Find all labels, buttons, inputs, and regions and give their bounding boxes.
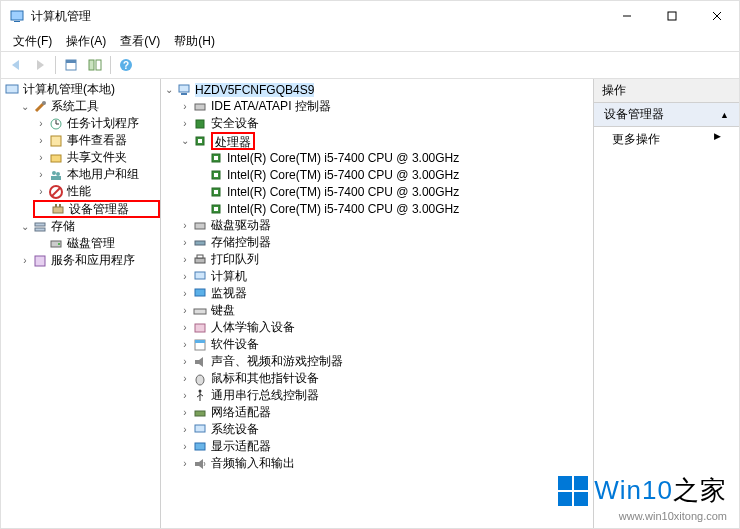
dev-keyboards[interactable]: ›键盘 xyxy=(177,302,593,319)
expand-icon[interactable]: › xyxy=(179,441,191,452)
dev-software[interactable]: ›软件设备 xyxy=(177,336,593,353)
dev-cpu-core[interactable]: Intel(R) Core(TM) i5-7400 CPU @ 3.00GHz xyxy=(193,149,593,166)
svg-rect-20 xyxy=(51,155,61,162)
menu-action[interactable]: 操作(A) xyxy=(60,31,112,52)
collapse-icon[interactable]: ⌄ xyxy=(163,84,175,95)
dev-system[interactable]: ›系统设备 xyxy=(177,421,593,438)
toolbar-sep xyxy=(55,56,56,74)
dev-disk-drives[interactable]: ›磁盘驱动器 xyxy=(177,217,593,234)
svg-rect-33 xyxy=(35,256,45,266)
svg-point-32 xyxy=(58,243,60,245)
windows-logo-icon xyxy=(558,476,588,506)
printer-icon xyxy=(192,252,208,268)
forward-button[interactable] xyxy=(29,54,51,76)
tree-system-tools[interactable]: ⌄ 系统工具 xyxy=(17,98,160,115)
tree-services[interactable]: ›服务和应用程序 xyxy=(17,252,160,269)
svg-point-21 xyxy=(52,171,56,175)
actions-section-label: 设备管理器 xyxy=(604,106,664,123)
services-icon xyxy=(32,253,48,269)
expand-icon[interactable]: › xyxy=(179,288,191,299)
pc-icon xyxy=(192,269,208,285)
expand-icon[interactable]: › xyxy=(179,424,191,435)
dev-ide[interactable]: ›IDE ATA/ATAPI 控制器 xyxy=(177,98,593,115)
svg-rect-48 xyxy=(195,223,205,229)
expand-icon[interactable]: › xyxy=(35,135,47,146)
expand-icon[interactable]: › xyxy=(179,356,191,367)
tree-performance[interactable]: ›性能 xyxy=(33,183,160,200)
watermark-brand: Win10之家 xyxy=(594,473,727,508)
actions-section[interactable]: 设备管理器 ▲ xyxy=(594,103,739,127)
properties-button[interactable] xyxy=(60,54,82,76)
dev-processors[interactable]: ⌄ 处理器 xyxy=(177,132,593,149)
expand-icon[interactable]: › xyxy=(179,407,191,418)
expand-icon[interactable]: › xyxy=(35,186,47,197)
cpu-icon xyxy=(208,201,224,217)
expand-icon[interactable]: › xyxy=(179,339,191,350)
dev-computers[interactable]: ›计算机 xyxy=(177,268,593,285)
tree-shared-folders[interactable]: ›共享文件夹 xyxy=(33,149,160,166)
expand-icon[interactable]: › xyxy=(179,390,191,401)
menu-view[interactable]: 查看(V) xyxy=(114,31,166,52)
svg-rect-11 xyxy=(96,60,101,70)
tree-root[interactable]: 计算机管理(本地) xyxy=(1,81,160,98)
dev-cpu-core[interactable]: Intel(R) Core(TM) i5-7400 CPU @ 3.00GHz xyxy=(193,166,593,183)
mouse-icon xyxy=(192,371,208,387)
dev-root[interactable]: ⌄ HZDV5FCNFGQB4S9 xyxy=(161,81,593,98)
svg-rect-63 xyxy=(195,443,205,450)
expand-icon[interactable]: › xyxy=(179,458,191,469)
tree-disk-mgmt[interactable]: 磁盘管理 xyxy=(33,235,160,252)
expand-icon[interactable]: › xyxy=(179,118,191,129)
help-button[interactable]: ? xyxy=(115,54,137,76)
actions-more[interactable]: 更多操作 ▶ xyxy=(594,127,739,152)
dev-print-queues[interactable]: ›打印队列 xyxy=(177,251,593,268)
minimize-button[interactable] xyxy=(604,1,649,31)
tree-task-scheduler[interactable]: ›任务计划程序 xyxy=(33,115,160,132)
svg-rect-26 xyxy=(53,207,63,213)
software-icon xyxy=(192,337,208,353)
expand-icon[interactable]: › xyxy=(179,271,191,282)
collapse-icon[interactable]: ⌄ xyxy=(19,221,31,232)
expand-icon[interactable]: › xyxy=(179,305,191,316)
system-icon xyxy=(192,422,208,438)
menu-file[interactable]: 文件(F) xyxy=(7,31,58,52)
svg-rect-47 xyxy=(214,207,218,211)
expand-icon[interactable]: › xyxy=(179,373,191,384)
dev-mouse[interactable]: ›鼠标和其他指针设备 xyxy=(177,370,593,387)
expand-icon[interactable]: › xyxy=(35,152,47,163)
show-hide-button[interactable] xyxy=(84,54,106,76)
dev-network[interactable]: ›网络适配器 xyxy=(177,404,593,421)
expand-icon[interactable]: › xyxy=(179,220,191,231)
collapse-icon[interactable]: ⌄ xyxy=(19,101,31,112)
dev-cpu-core[interactable]: Intel(R) Core(TM) i5-7400 CPU @ 3.00GHz xyxy=(193,183,593,200)
sound-icon xyxy=(192,354,208,370)
dev-usb[interactable]: ›通用串行总线控制器 xyxy=(177,387,593,404)
tree-device-manager[interactable]: 设备管理器 xyxy=(33,200,160,218)
expand-icon[interactable]: › xyxy=(19,255,31,266)
computer-mgmt-icon xyxy=(4,82,20,98)
expand-icon[interactable]: › xyxy=(179,254,191,265)
tree-event-viewer[interactable]: ›事件查看器 xyxy=(33,132,160,149)
close-button[interactable] xyxy=(694,1,739,31)
tree-local-users[interactable]: ›本地用户和组 xyxy=(33,166,160,183)
dev-hid[interactable]: ›人体学输入设备 xyxy=(177,319,593,336)
expand-icon[interactable]: › xyxy=(179,322,191,333)
expand-icon[interactable]: › xyxy=(35,118,47,129)
dev-security[interactable]: ›安全设备 xyxy=(177,115,593,132)
maximize-button[interactable] xyxy=(649,1,694,31)
back-button[interactable] xyxy=(5,54,27,76)
dev-sound[interactable]: ›声音、视频和游戏控制器 xyxy=(177,353,593,370)
dev-monitors[interactable]: ›监视器 xyxy=(177,285,593,302)
dev-audio-io[interactable]: ›音频输入和输出 xyxy=(177,455,593,472)
expand-icon[interactable]: › xyxy=(35,169,47,180)
dev-display[interactable]: ›显示适配器 xyxy=(177,438,593,455)
menu-help[interactable]: 帮助(H) xyxy=(168,31,221,52)
dev-storage-ctrl[interactable]: ›存储控制器 xyxy=(177,234,593,251)
keyboard-icon xyxy=(192,303,208,319)
expand-icon[interactable]: › xyxy=(179,237,191,248)
audio-io-icon xyxy=(192,456,208,472)
dev-cpu-core[interactable]: Intel(R) Core(TM) i5-7400 CPU @ 3.00GHz xyxy=(193,200,593,217)
collapse-icon[interactable]: ⌄ xyxy=(179,135,191,146)
menu-bar: 文件(F) 操作(A) 查看(V) 帮助(H) xyxy=(1,31,739,51)
expand-icon[interactable]: › xyxy=(179,101,191,112)
tree-storage[interactable]: ⌄ 存储 xyxy=(17,218,160,235)
